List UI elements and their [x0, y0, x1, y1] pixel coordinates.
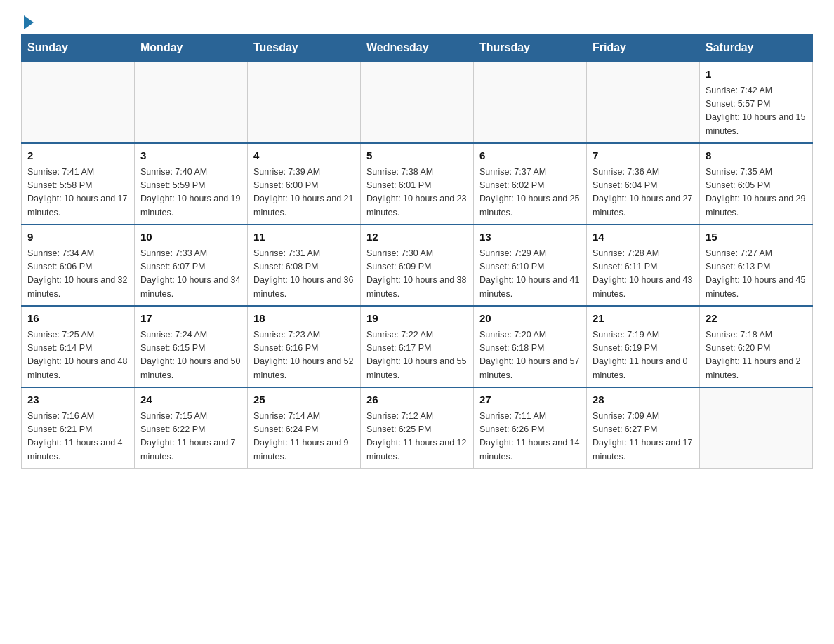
day-info: Sunrise: 7:16 AM Sunset: 6:21 PM Dayligh…	[27, 410, 128, 464]
day-number: 5	[366, 148, 468, 164]
calendar-cell: 1Sunrise: 7:42 AM Sunset: 5:57 PM Daylig…	[700, 62, 813, 143]
day-number: 2	[27, 148, 128, 164]
logo	[21, 14, 34, 27]
days-of-week-row: SundayMondayTuesdayWednesdayThursdayFrid…	[22, 34, 813, 62]
day-info: Sunrise: 7:19 AM Sunset: 6:19 PM Dayligh…	[593, 328, 694, 383]
week-row-1: 2Sunrise: 7:41 AM Sunset: 5:58 PM Daylig…	[22, 143, 813, 224]
day-of-week-tuesday: Tuesday	[248, 34, 361, 62]
calendar-cell	[700, 387, 813, 469]
calendar-cell: 18Sunrise: 7:23 AM Sunset: 6:16 PM Dayli…	[248, 306, 361, 387]
calendar-cell	[248, 62, 361, 143]
calendar-cell: 28Sunrise: 7:09 AM Sunset: 6:27 PM Dayli…	[587, 387, 700, 469]
day-info: Sunrise: 7:15 AM Sunset: 6:22 PM Dayligh…	[140, 410, 241, 464]
day-info: Sunrise: 7:18 AM Sunset: 6:20 PM Dayligh…	[706, 328, 807, 383]
day-info: Sunrise: 7:33 AM Sunset: 6:07 PM Dayligh…	[140, 247, 241, 302]
day-number: 19	[366, 311, 468, 327]
day-number: 26	[366, 392, 468, 408]
day-of-week-friday: Friday	[587, 34, 700, 62]
day-info: Sunrise: 7:42 AM Sunset: 5:57 PM Dayligh…	[706, 84, 807, 139]
calendar-cell: 14Sunrise: 7:28 AM Sunset: 6:11 PM Dayli…	[587, 224, 700, 306]
calendar-cell: 23Sunrise: 7:16 AM Sunset: 6:21 PM Dayli…	[22, 387, 135, 469]
day-number: 18	[253, 311, 355, 327]
calendar-table: SundayMondayTuesdayWednesdayThursdayFrid…	[21, 34, 813, 469]
calendar-cell: 22Sunrise: 7:18 AM Sunset: 6:20 PM Dayli…	[700, 306, 813, 387]
day-info: Sunrise: 7:37 AM Sunset: 6:02 PM Dayligh…	[479, 166, 581, 220]
day-number: 20	[479, 311, 581, 327]
calendar-cell: 24Sunrise: 7:15 AM Sunset: 6:22 PM Dayli…	[135, 387, 248, 469]
day-info: Sunrise: 7:31 AM Sunset: 6:08 PM Dayligh…	[253, 247, 355, 302]
day-info: Sunrise: 7:09 AM Sunset: 6:27 PM Dayligh…	[593, 410, 694, 464]
calendar-cell	[587, 62, 700, 143]
day-number: 13	[479, 229, 581, 246]
day-number: 14	[593, 229, 694, 246]
day-info: Sunrise: 7:11 AM Sunset: 6:26 PM Dayligh…	[479, 410, 581, 464]
calendar-cell: 25Sunrise: 7:14 AM Sunset: 6:24 PM Dayli…	[248, 387, 361, 469]
calendar-cell: 2Sunrise: 7:41 AM Sunset: 5:58 PM Daylig…	[22, 143, 135, 224]
day-number: 17	[140, 311, 241, 327]
day-info: Sunrise: 7:14 AM Sunset: 6:24 PM Dayligh…	[253, 410, 355, 464]
calendar-cell: 19Sunrise: 7:22 AM Sunset: 6:17 PM Dayli…	[361, 306, 474, 387]
calendar-cell	[22, 62, 135, 143]
day-of-week-sunday: Sunday	[22, 34, 135, 62]
day-of-week-saturday: Saturday	[700, 34, 813, 62]
day-info: Sunrise: 7:25 AM Sunset: 6:14 PM Dayligh…	[27, 328, 128, 383]
calendar-cell: 21Sunrise: 7:19 AM Sunset: 6:19 PM Dayli…	[587, 306, 700, 387]
day-info: Sunrise: 7:24 AM Sunset: 6:15 PM Dayligh…	[140, 328, 241, 383]
calendar-cell: 27Sunrise: 7:11 AM Sunset: 6:26 PM Dayli…	[474, 387, 587, 469]
day-info: Sunrise: 7:38 AM Sunset: 6:01 PM Dayligh…	[366, 166, 468, 220]
day-info: Sunrise: 7:27 AM Sunset: 6:13 PM Dayligh…	[706, 247, 807, 302]
day-number: 16	[27, 311, 128, 327]
week-row-3: 16Sunrise: 7:25 AM Sunset: 6:14 PM Dayli…	[22, 306, 813, 387]
day-number: 28	[593, 392, 694, 408]
day-number: 8	[706, 148, 807, 164]
day-number: 22	[706, 311, 807, 327]
day-number: 25	[253, 392, 355, 408]
day-info: Sunrise: 7:12 AM Sunset: 6:25 PM Dayligh…	[366, 410, 468, 464]
calendar-cell: 10Sunrise: 7:33 AM Sunset: 6:07 PM Dayli…	[135, 224, 248, 306]
calendar-cell: 17Sunrise: 7:24 AM Sunset: 6:15 PM Dayli…	[135, 306, 248, 387]
day-info: Sunrise: 7:23 AM Sunset: 6:16 PM Dayligh…	[253, 328, 355, 383]
day-number: 6	[479, 148, 581, 164]
day-info: Sunrise: 7:28 AM Sunset: 6:11 PM Dayligh…	[593, 247, 694, 302]
day-number: 10	[140, 229, 241, 246]
calendar-cell	[361, 62, 474, 143]
week-row-4: 23Sunrise: 7:16 AM Sunset: 6:21 PM Dayli…	[22, 387, 813, 469]
day-info: Sunrise: 7:29 AM Sunset: 6:10 PM Dayligh…	[479, 247, 581, 302]
day-of-week-wednesday: Wednesday	[361, 34, 474, 62]
day-number: 15	[706, 229, 807, 246]
calendar-cell: 16Sunrise: 7:25 AM Sunset: 6:14 PM Dayli…	[22, 306, 135, 387]
calendar-cell: 7Sunrise: 7:36 AM Sunset: 6:04 PM Daylig…	[587, 143, 700, 224]
day-number: 21	[593, 311, 694, 327]
day-number: 23	[27, 392, 128, 408]
calendar-cell: 12Sunrise: 7:30 AM Sunset: 6:09 PM Dayli…	[361, 224, 474, 306]
day-info: Sunrise: 7:34 AM Sunset: 6:06 PM Dayligh…	[27, 247, 128, 302]
calendar-header: SundayMondayTuesdayWednesdayThursdayFrid…	[22, 34, 813, 62]
week-row-0: 1Sunrise: 7:42 AM Sunset: 5:57 PM Daylig…	[22, 62, 813, 143]
day-info: Sunrise: 7:20 AM Sunset: 6:18 PM Dayligh…	[479, 328, 581, 383]
calendar-body: 1Sunrise: 7:42 AM Sunset: 5:57 PM Daylig…	[22, 62, 813, 469]
day-info: Sunrise: 7:35 AM Sunset: 6:05 PM Dayligh…	[706, 166, 807, 220]
day-number: 12	[366, 229, 468, 246]
day-number: 27	[479, 392, 581, 408]
day-info: Sunrise: 7:30 AM Sunset: 6:09 PM Dayligh…	[366, 247, 468, 302]
calendar-cell: 8Sunrise: 7:35 AM Sunset: 6:05 PM Daylig…	[700, 143, 813, 224]
calendar-cell: 20Sunrise: 7:20 AM Sunset: 6:18 PM Dayli…	[474, 306, 587, 387]
day-number: 3	[140, 148, 241, 164]
calendar-cell: 4Sunrise: 7:39 AM Sunset: 6:00 PM Daylig…	[248, 143, 361, 224]
calendar-cell: 15Sunrise: 7:27 AM Sunset: 6:13 PM Dayli…	[700, 224, 813, 306]
calendar-cell: 13Sunrise: 7:29 AM Sunset: 6:10 PM Dayli…	[474, 224, 587, 306]
calendar-cell: 5Sunrise: 7:38 AM Sunset: 6:01 PM Daylig…	[361, 143, 474, 224]
day-info: Sunrise: 7:36 AM Sunset: 6:04 PM Dayligh…	[593, 166, 694, 220]
day-number: 9	[27, 229, 128, 246]
calendar-cell: 9Sunrise: 7:34 AM Sunset: 6:06 PM Daylig…	[22, 224, 135, 306]
calendar-cell: 26Sunrise: 7:12 AM Sunset: 6:25 PM Dayli…	[361, 387, 474, 469]
day-number: 24	[140, 392, 241, 408]
day-info: Sunrise: 7:39 AM Sunset: 6:00 PM Dayligh…	[253, 166, 355, 220]
page-header	[21, 14, 813, 27]
day-info: Sunrise: 7:22 AM Sunset: 6:17 PM Dayligh…	[366, 328, 468, 383]
day-number: 4	[253, 148, 355, 164]
calendar-cell: 3Sunrise: 7:40 AM Sunset: 5:59 PM Daylig…	[135, 143, 248, 224]
calendar-cell	[135, 62, 248, 143]
day-number: 11	[253, 229, 355, 246]
calendar-cell: 11Sunrise: 7:31 AM Sunset: 6:08 PM Dayli…	[248, 224, 361, 306]
